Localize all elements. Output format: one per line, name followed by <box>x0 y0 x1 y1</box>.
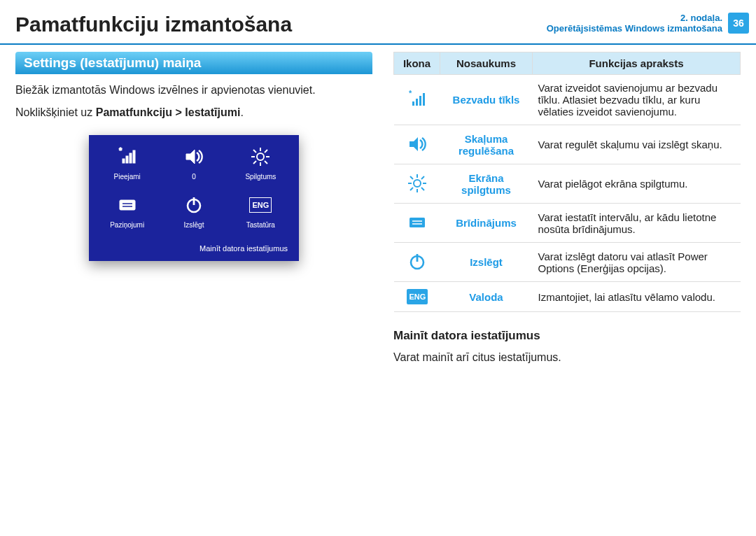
intro-para-2-bold: Pamatfunkciju > Iestatījumi <box>96 106 241 118</box>
charm-power[interactable]: Izslēgt <box>162 193 225 229</box>
header-meta: 2. nodaļa. Operētājsistēmas Windows izma… <box>547 13 749 34</box>
th-desc: Funkcijas apraksts <box>533 52 741 75</box>
section-heading: Settings (Iestatījumu) maiņa <box>15 52 372 74</box>
eng-label: ENG <box>249 197 272 213</box>
power-icon <box>182 193 206 217</box>
charm-keyboard-label: Tastatūra <box>246 221 275 229</box>
row-desc: Izmantojiet, lai atlasītu vēlamo valodu. <box>533 282 741 312</box>
charm-wifi-label: Pieejami <box>113 173 140 181</box>
charm-keyboard[interactable]: ENG Tastatūra <box>230 193 292 229</box>
power-icon <box>405 250 429 274</box>
chapter-number: 2. nodaļa. <box>547 13 722 23</box>
language-eng-icon: ENG <box>407 289 428 304</box>
volume-icon <box>405 132 429 156</box>
th-icon: Ikona <box>394 52 440 75</box>
charm-brightness[interactable]: Spilgtums <box>230 145 292 181</box>
row-desc: Varat regulēt skaļumu vai izslēgt skaņu. <box>533 125 741 164</box>
table-row: Skaļuma regulēšana Varat regulēt skaļumu… <box>394 125 741 164</box>
table-row: Brīdinājums Varat iestatīt intervālu, ar… <box>394 204 741 243</box>
table-row: ENG Valoda Izmantojiet, lai atlasītu vēl… <box>394 282 741 312</box>
table-row: Ekrāna spilgtums Varat pielāgot ekrāna s… <box>394 164 741 204</box>
subsection-heading: Mainīt datora iestatījumus <box>393 329 741 343</box>
row-name: Skaļuma regulēšana <box>440 125 533 164</box>
intro-para-2-prefix: Noklikšķiniet uz <box>15 106 96 118</box>
row-desc: Varat izslēgt datoru vai atlasīt Power O… <box>533 243 741 282</box>
change-pc-settings-link[interactable]: Mainīt datora iestatījumus <box>96 244 292 253</box>
row-name: Izslēgt <box>440 243 533 282</box>
charm-power-label: Izslēgt <box>184 221 204 229</box>
settings-table: Ikona Nosaukums Funkcijas apraksts Bezva… <box>393 52 741 312</box>
notifications-icon <box>115 193 139 217</box>
charm-brightness-label: Spilgtums <box>245 173 276 181</box>
brightness-icon <box>405 171 429 195</box>
row-name: Bezvadu tīkls <box>440 75 533 125</box>
page-header: Pamatfunkciju izmantošana 2. nodaļa. Ope… <box>0 0 756 45</box>
volume-icon <box>182 145 206 169</box>
intro-para-2-suffix: . <box>240 106 243 118</box>
charm-volume[interactable]: 0 <box>162 145 225 181</box>
row-name: Valoda <box>440 282 533 312</box>
page-title: Pamatfunkciju izmantošana <box>15 13 292 36</box>
row-name: Ekrāna spilgtums <box>440 164 533 204</box>
brightness-icon <box>248 145 272 169</box>
charm-volume-label: 0 <box>192 173 196 181</box>
chapter-title: Operētājsistēmas Windows izmantošana <box>547 23 722 34</box>
subsection-para: Varat mainīt arī citus iestatījumus. <box>393 350 741 365</box>
page-number: 36 <box>728 13 749 34</box>
charm-notifications-label: Paziņojumi <box>110 221 144 229</box>
table-row: Bezvadu tīkls Varat izveidot savienojumu… <box>394 75 741 125</box>
keyboard-icon: ENG <box>248 193 272 217</box>
th-name: Nosaukums <box>440 52 533 75</box>
notifications-icon <box>405 211 429 234</box>
charm-wifi[interactable]: Pieejami <box>96 145 158 181</box>
intro-para-1: Biežāk izmantotās Windows izvēlnes ir ap… <box>15 83 372 98</box>
wifi-icon <box>405 87 429 111</box>
row-desc: Varat pielāgot ekrāna spilgtumu. <box>533 164 741 204</box>
row-name: Brīdinājums <box>440 204 533 243</box>
wifi-icon <box>115 145 139 169</box>
row-desc: Varat iestatīt intervālu, ar kādu lietot… <box>533 204 741 243</box>
intro-para-2: Noklikšķiniet uz Pamatfunkciju > Iestatī… <box>15 105 372 120</box>
table-row: Izslēgt Varat izslēgt datoru vai atlasīt… <box>394 243 741 282</box>
charm-notifications[interactable]: Paziņojumi <box>96 193 158 229</box>
charms-settings-panel: Pieejami 0 Spilgtums Paziņojumi Izslēgt <box>89 135 299 261</box>
row-desc: Varat izveidot savienojumu ar bezvadu tī… <box>533 75 741 125</box>
